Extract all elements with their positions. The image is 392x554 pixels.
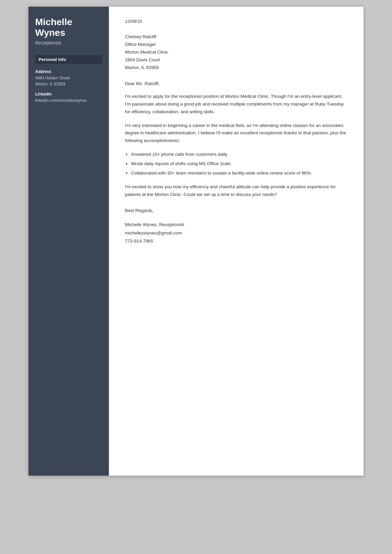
- recipient-title: Office Manager: [125, 41, 347, 49]
- closing: Best Regards,: [125, 207, 347, 215]
- address-value: 4884 Holden Street Marion, IL 62959: [35, 75, 102, 87]
- paragraph2: I'm very interested in beginning a caree…: [125, 122, 347, 145]
- sign-email: michellezwynes@gmail.com: [125, 229, 347, 237]
- letter-date: 12/09/19: [125, 19, 347, 24]
- linkedin-label: LinkedIn: [35, 92, 102, 96]
- sign-name: Michelle Wynes, Receptionist: [125, 221, 347, 229]
- paragraph1: I'm excited to apply for the receptionis…: [125, 93, 347, 116]
- recipient-address2: Marion, IL 62959: [125, 64, 347, 72]
- recipient-company: Morton Medical Clinic: [125, 49, 347, 56]
- resume-page: Michelle Wynes Receptionist Personal Inf…: [28, 7, 364, 476]
- paragraph3: I'm excited to show you how my efficienc…: [125, 183, 347, 199]
- applicant-name: Michelle Wynes: [35, 17, 102, 38]
- cover-letter-content: 12/09/19 Chelsey Ratcliff Office Manager…: [109, 7, 364, 476]
- applicant-title: Receptionist: [35, 40, 102, 46]
- sign-phone: 773-914-7965: [125, 237, 347, 245]
- sidebar: Michelle Wynes Receptionist Personal Inf…: [28, 7, 109, 476]
- address-line2: Marion, IL 62959: [35, 82, 65, 86]
- recipient-address1: 2804 Davis Court: [125, 56, 347, 64]
- bullet3: Collaborated with 30+ team members to su…: [131, 169, 347, 177]
- bullet1: Answered 10+ phone calls from customers …: [131, 151, 347, 158]
- recipient-block: Chelsey Ratcliff Office Manager Morton M…: [125, 33, 347, 72]
- closing-block: Best Regards, Michelle Wynes, Receptioni…: [125, 207, 347, 245]
- letter-body: I'm excited to apply for the receptionis…: [125, 93, 347, 199]
- salutation: Dear Ms. Ratcliff,: [125, 81, 347, 86]
- address-label: Address: [35, 69, 102, 74]
- address-line1: 4884 Holden Street: [35, 76, 70, 80]
- linkedin-value: linkedin.com/michellezwynes: [35, 97, 102, 103]
- personal-info-heading: Personal Info: [35, 55, 102, 64]
- accomplishments-list: Answered 10+ phone calls from customers …: [131, 151, 347, 177]
- bullet2: Wrote daily reports of shifts using MS O…: [131, 160, 347, 168]
- recipient-name: Chelsey Ratcliff: [125, 33, 347, 41]
